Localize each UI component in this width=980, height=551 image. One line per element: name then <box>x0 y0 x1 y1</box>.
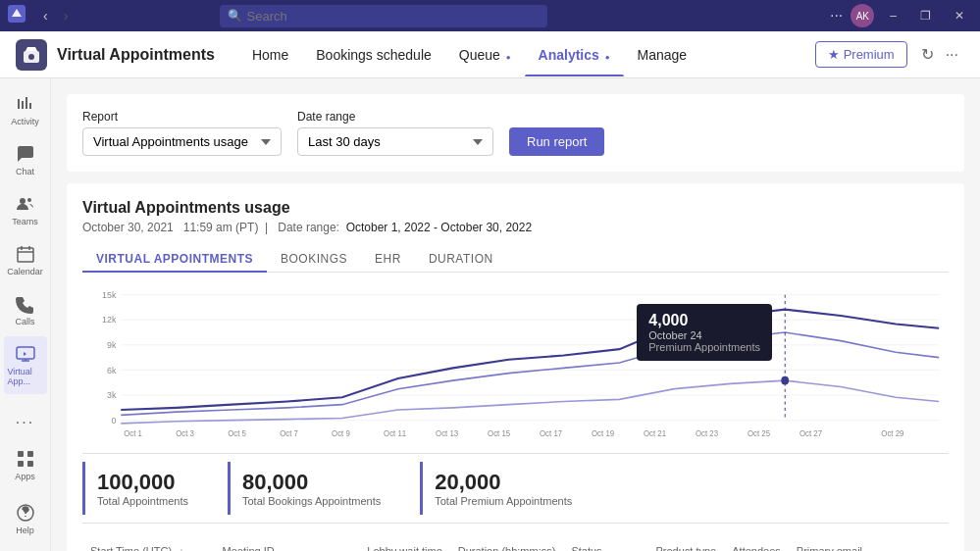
sidebar-label-activity: Activity <box>11 117 39 126</box>
chart-tab-ehr[interactable]: EHR <box>361 246 415 272</box>
chart-section: Virtual Appointments usage October 30, 2… <box>67 183 964 551</box>
svg-text:15k: 15k <box>102 290 117 300</box>
svg-text:Oct 27: Oct 27 <box>799 428 823 437</box>
svg-text:Oct 19: Oct 19 <box>592 428 615 437</box>
col-meeting-id: Meeting ID <box>215 539 360 551</box>
app-icon <box>16 39 47 71</box>
svg-text:Oct 13: Oct 13 <box>436 428 459 437</box>
back-button[interactable]: ‹ <box>37 6 54 25</box>
svg-rect-8 <box>27 451 33 457</box>
sidebar-item-apps[interactable]: Apps <box>4 441 47 489</box>
restore-button[interactable]: ❐ <box>912 5 939 26</box>
sidebar-item-calendar[interactable]: Calendar <box>4 236 47 284</box>
run-report-button[interactable]: Run report <box>509 127 604 156</box>
table-header-row: Start Time (UTC) ↓ Meeting ID Lobby wait… <box>82 539 949 551</box>
svg-text:12k: 12k <box>102 315 117 325</box>
col-lobby-wait: Lobby wait time <box>359 539 449 551</box>
avatar: AK <box>851 4 874 27</box>
teams-logo-icon <box>8 5 26 26</box>
titlebar-ellipsis[interactable]: ··· <box>830 7 843 25</box>
sidebar-item-more[interactable]: ··· <box>4 406 47 439</box>
analytics-badge: ● <box>605 53 610 62</box>
chart-meta: October 30, 2021 11:59 am (PT) | Date ra… <box>82 221 949 234</box>
minimize-button[interactable]: – <box>882 5 904 26</box>
date-select[interactable]: Last 30 days <box>297 127 493 156</box>
svg-text:Oct 9: Oct 9 <box>332 428 350 437</box>
nav-tabs: Home Bookings schedule Queue ● Analytics… <box>238 33 700 76</box>
sidebar: Activity Chat Teams Calendar Calls Virtu… <box>0 78 51 551</box>
date-label: Date range <box>297 110 493 124</box>
tab-home[interactable]: Home <box>238 33 302 76</box>
chart-tabs: VIRTUAL APPOINTMENTS BOOKINGS EHR DURATI… <box>82 246 949 273</box>
more-options-button[interactable]: ··· <box>940 40 964 70</box>
tab-analytics[interactable]: Analytics ● <box>525 33 624 76</box>
sidebar-item-virtual-app[interactable]: Virtual App... <box>4 336 47 394</box>
titlebar-nav: ‹ › <box>37 6 74 25</box>
tab-bookings-schedule[interactable]: Bookings schedule <box>302 33 445 76</box>
sidebar-item-teams[interactable]: Teams <box>4 186 47 234</box>
svg-text:Oct 15: Oct 15 <box>488 428 511 437</box>
svg-rect-9 <box>18 461 24 467</box>
report-label: Report <box>82 110 282 124</box>
data-table: Start Time (UTC) ↓ Meeting ID Lobby wait… <box>82 539 949 551</box>
queue-badge: ● <box>506 53 511 62</box>
svg-rect-10 <box>27 461 33 467</box>
sort-icon: ↓ <box>179 545 184 551</box>
svg-text:Oct 17: Oct 17 <box>540 428 563 437</box>
col-product-type: Product type <box>647 539 724 551</box>
svg-rect-7 <box>18 451 24 457</box>
svg-rect-5 <box>18 248 33 262</box>
svg-text:6k: 6k <box>107 365 117 375</box>
col-email: Primary email <box>789 539 949 551</box>
chart-tab-duration[interactable]: DURATION <box>415 246 507 272</box>
forward-button[interactable]: › <box>58 6 75 25</box>
chart-tab-virtual[interactable]: VIRTUAL APPOINTMENTS <box>82 246 267 272</box>
stat-bookings: 80,000 Total Bookings Appointments <box>228 462 404 515</box>
report-form-group: Report Virtual Appointments usage <box>82 110 282 156</box>
svg-point-3 <box>20 198 26 204</box>
col-attendees: Attendees <box>724 539 789 551</box>
stats-row: 100,000 Total Appointments 80,000 Total … <box>82 453 949 524</box>
sidebar-item-calls[interactable]: Calls <box>4 286 47 334</box>
search-input[interactable] <box>220 5 547 27</box>
chart-tab-bookings[interactable]: BOOKINGS <box>267 246 361 272</box>
sidebar-label-chat: Chat <box>16 167 34 176</box>
chart-date-range-value: October 1, 2022 - October 30, 2022 <box>346 221 532 234</box>
titlebar: ‹ › 🔍 ··· AK – ❐ ✕ <box>0 0 980 31</box>
stat-total: 100,000 Total Appointments <box>82 462 212 515</box>
tooltip-type: Premium Appointments <box>648 341 760 353</box>
date-form-group: Date range Last 30 days <box>297 110 493 156</box>
chart-svg: 15k 12k 9k 6k 3k 0 <box>82 284 949 441</box>
stat-bookings-label: Total Bookings Appointments <box>242 495 381 507</box>
close-button[interactable]: ✕ <box>947 5 972 26</box>
svg-point-4 <box>27 198 31 202</box>
chart-date-range-label: Date range: <box>278 221 339 234</box>
svg-text:3k: 3k <box>107 390 117 400</box>
svg-rect-6 <box>17 347 34 359</box>
tab-manage[interactable]: Manage <box>624 33 701 76</box>
sidebar-item-chat[interactable]: Chat <box>4 136 47 184</box>
col-duration: Duration (hh:mm:ss) <box>450 539 564 551</box>
sidebar-item-activity[interactable]: Activity <box>4 86 47 134</box>
col-start-time: Start Time (UTC) ↓ <box>82 539 215 551</box>
app-title: Virtual Appointments <box>57 46 215 64</box>
tooltip-value: 4,000 <box>648 312 760 329</box>
svg-text:Oct 7: Oct 7 <box>280 428 298 437</box>
chart-timestamp: October 30, 2021 <box>82 221 174 234</box>
sidebar-label-calendar: Calendar <box>7 267 43 276</box>
stat-total-value: 100,000 <box>97 470 188 495</box>
star-icon: ★ <box>828 47 840 62</box>
stat-premium: 20,000 Total Premium Appointments <box>420 462 595 515</box>
stat-bookings-value: 80,000 <box>242 470 381 495</box>
svg-text:Oct 3: Oct 3 <box>176 428 194 437</box>
search-bar: 🔍 <box>220 5 547 27</box>
svg-text:Oct 5: Oct 5 <box>228 428 246 437</box>
tab-queue[interactable]: Queue ● <box>445 33 525 76</box>
sidebar-item-help[interactable]: Help <box>4 495 47 543</box>
svg-text:Oct 11: Oct 11 <box>384 428 407 437</box>
refresh-button[interactable]: ↻ <box>915 39 940 70</box>
premium-button[interactable]: ★ Premium <box>815 41 907 68</box>
report-select[interactable]: Virtual Appointments usage <box>82 127 282 156</box>
sidebar-label-apps: Apps <box>15 472 35 481</box>
svg-text:Oct 21: Oct 21 <box>644 428 667 437</box>
